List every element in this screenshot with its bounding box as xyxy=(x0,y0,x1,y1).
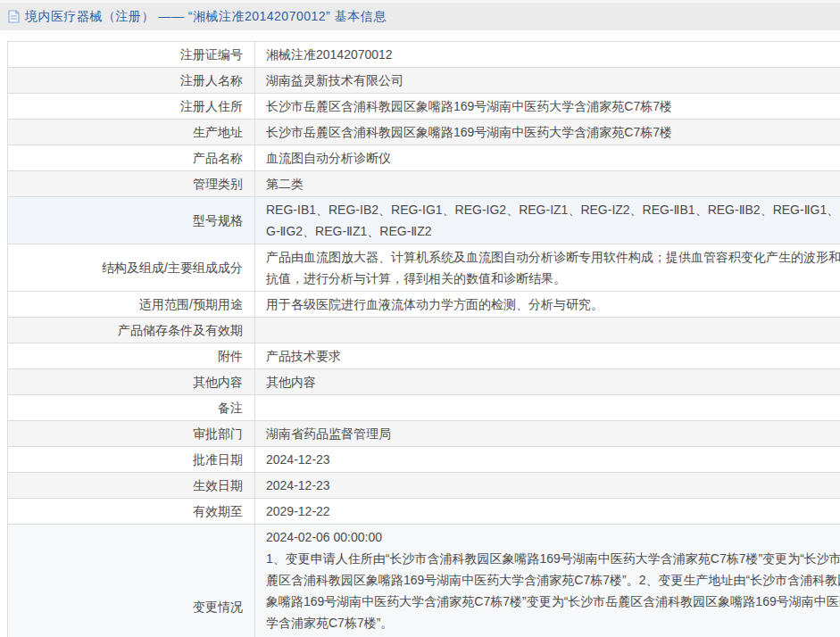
row-label-text: 产品储存条件及有效期 xyxy=(118,323,243,337)
row-label: 注册证编号 xyxy=(8,42,255,68)
row-value: 用于各级医院进行血液流体动力学方面的检测、分析与研究。 xyxy=(255,292,840,318)
row-label-text: 注册人住所 xyxy=(180,99,243,113)
table-row: 审批部门湖南省药品监督管理局 xyxy=(8,421,840,447)
table-row: 其他内容其他内容 xyxy=(8,369,840,395)
row-value: 湖南省药品监督管理局 xyxy=(255,421,840,447)
row-label: 生效日期 xyxy=(8,473,255,499)
table-row: 产品名称血流图自动分析诊断仪 xyxy=(8,145,840,171)
row-label: 有效期至 xyxy=(8,499,255,525)
paragraph-spacer xyxy=(266,633,840,637)
row-label-text: 备注 xyxy=(218,401,243,415)
table-row: 产品储存条件及有效期 xyxy=(8,318,840,343)
row-label-text: 管理类别 xyxy=(193,177,243,191)
table-row: 备注 xyxy=(8,395,840,421)
row-label: 备注 xyxy=(8,395,255,421)
row-label-text: 注册证编号 xyxy=(180,47,243,62)
row-value: REG-IB1、REG-IB2、REG-IG1、REG-IG2、REG-IZ1、… xyxy=(255,197,840,244)
row-value: 产品由血流图放大器、计算机系统及血流图自动分析诊断专用软件构成；提供血管容积变化… xyxy=(255,244,840,292)
row-label: 产品储存条件及有效期 xyxy=(8,318,255,343)
row-value: 湖南益灵新技术有限公司 xyxy=(255,68,840,94)
row-value: 血流图自动分析诊断仪 xyxy=(255,145,840,171)
table-row: 注册人住所长沙市岳麓区含浦科教园区象嘴路169号湖南中医药大学含浦家苑C7栋7楼 xyxy=(8,94,840,120)
row-label: 注册人名称 xyxy=(8,68,255,94)
row-label: 结构及组成/主要组成成分 xyxy=(8,244,255,292)
row-label-text: 附件 xyxy=(218,349,243,363)
table-row: 有效期至2029-12-22 xyxy=(8,499,840,525)
row-label-text: 产品名称 xyxy=(193,151,243,165)
row-value: 2024-12-23 xyxy=(255,473,840,499)
table-row: 注册证编号湘械注准20142070012 xyxy=(8,42,840,68)
page-title: 境内医疗器械（注册） —— “湘械注准20142070012” 基本信息 xyxy=(25,9,387,25)
row-value: 其他内容 xyxy=(255,369,840,395)
row-label-text: 型号规格 xyxy=(193,213,243,228)
title-bar: 境内医疗器械（注册） —— “湘械注准20142070012” 基本信息 xyxy=(0,0,840,30)
row-label: 管理类别 xyxy=(8,171,255,197)
table-row: 附件产品技术要求 xyxy=(8,343,840,369)
row-label-text: 变更情况 xyxy=(193,600,243,614)
table-row: 生产地址长沙市岳麓区含浦科教园区象嘴路169号湖南中医药大学含浦家苑C7栋7楼 xyxy=(8,120,840,145)
row-label: 变更情况 xyxy=(8,525,255,637)
row-label-text: 结构及组成/主要组成成分 xyxy=(102,261,243,275)
row-label-text: 注册人名称 xyxy=(180,73,243,87)
row-label-text: 有效期至 xyxy=(193,504,243,518)
table-row: 注册人名称湖南益灵新技术有限公司 xyxy=(8,68,840,94)
row-value: 长沙市岳麓区含浦科教园区象嘴路169号湖南中医药大学含浦家苑C7栋7楼 xyxy=(255,94,840,120)
table-row: 生效日期2024-12-23 xyxy=(8,473,840,499)
row-value xyxy=(255,395,840,421)
row-value: 2024-02-06 00:00:001、变更申请人住所由“长沙市含浦科教园区象… xyxy=(255,525,840,637)
row-label: 审批部门 xyxy=(8,421,255,447)
row-label-text: 生效日期 xyxy=(193,478,243,492)
info-table: 注册证编号湘械注准20142070012注册人名称湖南益灵新技术有限公司注册人住… xyxy=(7,41,840,637)
row-label: 产品名称 xyxy=(8,145,255,171)
table-row: 管理类别第二类 xyxy=(8,171,840,197)
row-label: 生产地址 xyxy=(8,120,255,145)
table-row: 变更情况2024-02-06 00:00:001、变更申请人住所由“长沙市含浦科… xyxy=(8,525,840,637)
table-row: 型号规格REG-IB1、REG-IB2、REG-IG1、REG-IG2、REG-… xyxy=(8,197,840,244)
row-label-text: 批准日期 xyxy=(193,452,243,467)
row-label: 注册人住所 xyxy=(8,94,255,120)
row-label: 附件 xyxy=(8,343,255,369)
row-value xyxy=(255,318,840,343)
row-value: 湘械注准20142070012 xyxy=(255,42,840,68)
table-row: 批准日期2024-12-23 xyxy=(8,447,840,473)
row-label-text: 适用范围/预期用途 xyxy=(139,297,243,311)
row-label: 批准日期 xyxy=(8,447,255,473)
row-value: 产品技术要求 xyxy=(255,343,840,369)
row-label-text: 生产地址 xyxy=(193,125,243,139)
table-row: 适用范围/预期用途用于各级医院进行血液流体动力学方面的检测、分析与研究。 xyxy=(8,292,840,318)
document-icon xyxy=(8,10,20,23)
row-label-text: 其他内容 xyxy=(193,375,243,389)
row-value: 长沙市岳麓区含浦科教园区象嘴路169号湖南中医药大学含浦家苑C7栋7楼 xyxy=(255,120,840,145)
value-paragraph: 1、变更申请人住所由“长沙市含浦科教园区象嘴路169号湖南中医药大学含浦家苑C7… xyxy=(266,548,840,633)
row-label: 适用范围/预期用途 xyxy=(8,292,255,318)
row-label: 其他内容 xyxy=(8,369,255,395)
row-value: 2024-12-23 xyxy=(255,447,840,473)
row-label-text: 审批部门 xyxy=(193,426,243,441)
row-value: 2029-12-22 xyxy=(255,499,840,525)
table-row: 结构及组成/主要组成成分产品由血流图放大器、计算机系统及血流图自动分析诊断专用软… xyxy=(8,244,840,292)
row-value: 第二类 xyxy=(255,171,840,197)
value-paragraph: 2024-02-06 00:00:00 xyxy=(266,526,840,548)
row-label: 型号规格 xyxy=(8,197,255,244)
